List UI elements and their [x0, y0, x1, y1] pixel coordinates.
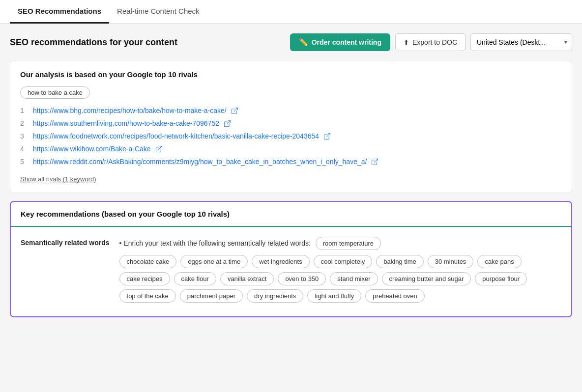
rival-item: 4 https://www.wikihow.com/Bake-a-Cake — [20, 145, 562, 153]
external-link-icon — [324, 133, 330, 140]
external-link-icon — [372, 159, 378, 165]
semantic-tag: light and fluffy — [307, 289, 361, 303]
semantic-tag: wet ingredients — [252, 255, 309, 268]
rivals-card-title: Our analysis is based on your Google top… — [20, 70, 562, 79]
semantic-tag: cake pans — [477, 255, 521, 268]
sem-content: • Enrich your text with the following se… — [119, 237, 561, 307]
rivals-list: 1 https://www.bhg.com/recipes/how-to/bak… — [20, 107, 562, 166]
export-doc-label: Export to DOC — [412, 38, 457, 46]
rival-link[interactable]: https://www.bhg.com/recipes/how-to/bake/… — [33, 107, 227, 114]
order-content-label: Order content writing — [312, 38, 381, 46]
semantic-tag: top of the cake — [119, 289, 176, 303]
semantic-tag: preheated oven — [365, 289, 424, 303]
rival-item: 1 https://www.bhg.com/recipes/how-to/bak… — [20, 107, 562, 114]
tabs-bar: SEO Recommendations Real-time Content Ch… — [0, 0, 582, 24]
recommendations-card-header: Key recommendations (based on your Googl… — [11, 202, 571, 227]
rival-number: 4 — [20, 145, 28, 153]
semantic-tag: cake recipes — [119, 272, 170, 285]
rival-number: 3 — [20, 132, 28, 140]
page-title: SEO recommendations for your content — [10, 37, 177, 48]
rival-link[interactable]: https://www.southernliving.com/how-to-ba… — [33, 119, 219, 127]
rival-link[interactable]: https://www.foodnetwork.com/recipes/food… — [33, 132, 319, 140]
semantic-tag: 30 minutes — [428, 255, 474, 268]
rival-number: 5 — [20, 158, 28, 166]
semantic-tag: cool completely — [314, 255, 373, 268]
recommendations-card-title: Key recommendations (based on your Googl… — [21, 210, 561, 218]
external-link-icon — [224, 120, 231, 127]
external-link-icon — [156, 146, 162, 152]
external-link-icon — [232, 108, 238, 114]
recommendations-card: Key recommendations (based on your Googl… — [10, 201, 572, 317]
rival-link[interactable]: https://www.reddit.com/r/AskBaking/comme… — [33, 158, 367, 166]
rival-number: 1 — [20, 107, 28, 114]
recommendations-card-body: Semantically related words • Enrich your… — [11, 227, 571, 316]
semantic-tag: chocolate cake — [119, 255, 177, 268]
semantic-tag: oven to 350 — [278, 272, 326, 285]
rival-item: 5 https://www.reddit.com/r/AskBaking/com… — [20, 158, 562, 166]
keyword-tag-wrapper: how to bake a cake — [20, 86, 562, 99]
tab-realtime-content[interactable]: Real-time Content Check — [109, 0, 207, 24]
semantic-tag: stand mixer — [330, 272, 378, 285]
sem-label: Semantically related words — [21, 237, 110, 247]
order-content-button[interactable]: ✏️ Order content writing — [290, 33, 390, 51]
keyword-tag: how to bake a cake — [20, 86, 90, 99]
rival-item: 3 https://www.foodnetwork.com/recipes/fo… — [20, 132, 562, 140]
rival-number: 2 — [20, 119, 28, 127]
semantic-tag: baking time — [376, 255, 423, 268]
semantic-tag: dry ingredients — [247, 289, 303, 303]
rival-link[interactable]: https://www.wikihow.com/Bake-a-Cake — [33, 145, 151, 153]
sem-section: Semantically related words • Enrich your… — [21, 237, 561, 307]
export-doc-button[interactable]: ⬆ Export to DOC — [395, 33, 466, 51]
edit-icon: ✏️ — [299, 38, 308, 47]
rival-item: 2 https://www.southernliving.com/how-to-… — [20, 119, 562, 127]
semantic-tag: vanilla extract — [220, 272, 274, 285]
region-select-wrapper[interactable]: United States (Deskt... United Kingdom (… — [470, 33, 572, 51]
rivals-card: Our analysis is based on your Google top… — [10, 60, 572, 193]
sem-intro: • Enrich your text with the following se… — [119, 237, 561, 250]
tags-container: chocolate cakeeggs one at a timewet ingr… — [119, 255, 561, 303]
main-content: SEO recommendations for your content ✏️ … — [0, 24, 582, 317]
semantic-tag: purpose flour — [475, 272, 527, 285]
semantic-tag: creaming butter and sugar — [382, 272, 471, 285]
header-actions: ✏️ Order content writing ⬆ Export to DOC… — [290, 33, 572, 51]
semantic-tag: cake flour — [174, 272, 216, 285]
region-select[interactable]: United States (Deskt... United Kingdom (… — [470, 33, 572, 51]
semantic-tag: eggs one at a time — [180, 255, 248, 268]
show-all-rivals-link[interactable]: Show all rivals (1 keyword) — [20, 175, 96, 183]
tab-seo-recommendations[interactable]: SEO Recommendations — [10, 0, 109, 24]
upload-icon: ⬆ — [404, 39, 409, 46]
sem-intro-text: • Enrich your text with the following se… — [119, 239, 311, 247]
semantic-tag: parchment paper — [180, 289, 243, 303]
header-row: SEO recommendations for your content ✏️ … — [10, 33, 572, 51]
highlighted-tag: room temperature — [316, 237, 381, 250]
